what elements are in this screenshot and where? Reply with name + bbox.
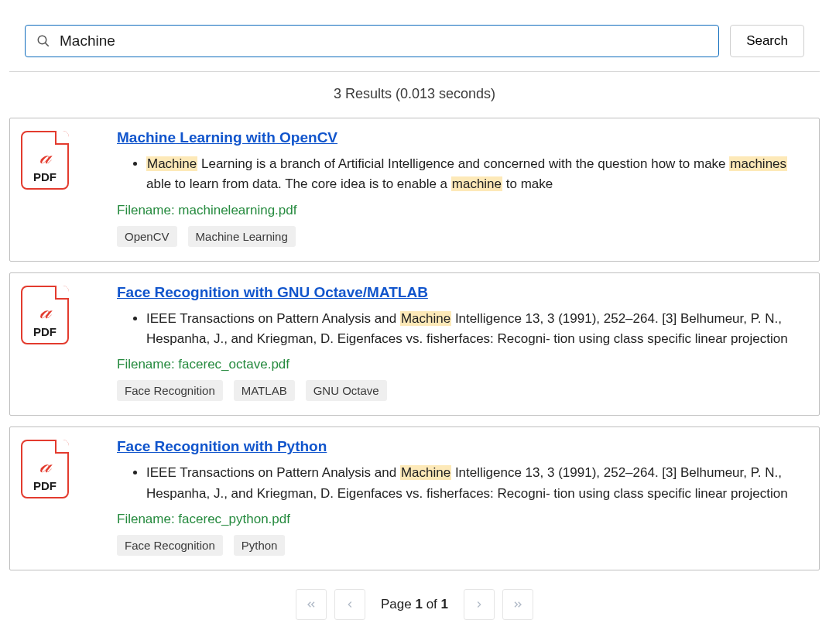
search-button[interactable]: Search	[730, 25, 804, 57]
snippet: IEEE Transactions on Pattern Analysis an…	[146, 309, 803, 350]
tag[interactable]: Face Recognition	[117, 535, 223, 556]
tag[interactable]: Machine Learning	[188, 226, 296, 247]
snippet: Machine Learning is a branch of Artifici…	[146, 154, 803, 195]
tag[interactable]: Python	[234, 535, 286, 556]
result-title[interactable]: Face Recognition with GNU Octave/MATLAB	[117, 284, 428, 301]
svg-point-0	[38, 36, 46, 44]
pdf-label: PDF	[33, 325, 57, 338]
first-page-button[interactable]	[296, 589, 327, 620]
tag[interactable]: MATLAB	[234, 380, 295, 401]
svg-line-1	[46, 43, 49, 46]
tag-list: Face RecognitionMATLABGNU Octave	[117, 380, 803, 401]
pdf-glyph: 𝒶	[39, 454, 50, 476]
tag[interactable]: Face Recognition	[117, 380, 223, 401]
pagination: Page 1 of 1	[9, 589, 820, 620]
result-card: 𝒶PDFMachine Learning with OpenCVMachine …	[9, 118, 820, 262]
snippet-list: IEEE Transactions on Pattern Analysis an…	[117, 463, 803, 504]
pdf-glyph: 𝒶	[39, 146, 50, 167]
last-page-button[interactable]	[502, 589, 533, 620]
snippet-list: Machine Learning is a branch of Artifici…	[117, 154, 803, 195]
search-box[interactable]	[25, 25, 719, 57]
snippet-list: IEEE Transactions on Pattern Analysis an…	[117, 309, 803, 350]
results-summary: 3 Results (0.013 seconds)	[9, 86, 820, 102]
pdf-glyph: 𝒶	[39, 300, 50, 322]
snippet: IEEE Transactions on Pattern Analysis an…	[146, 463, 803, 504]
pdf-label: PDF	[33, 479, 57, 492]
prev-page-button[interactable]	[334, 589, 365, 620]
search-input[interactable]	[58, 32, 707, 50]
result-title[interactable]: Face Recognition with Python	[117, 438, 327, 455]
pdf-icon: 𝒶PDF	[21, 440, 69, 498]
pdf-icon: 𝒶PDF	[21, 286, 69, 344]
result-card: 𝒶PDFFace Recognition with PythonIEEE Tra…	[9, 426, 820, 570]
tag-list: Face RecognitionPython	[117, 535, 803, 556]
pdf-icon: 𝒶PDF	[21, 131, 69, 190]
tag-list: OpenCVMachine Learning	[117, 226, 803, 247]
next-page-button[interactable]	[464, 589, 495, 620]
tag[interactable]: OpenCV	[117, 226, 177, 247]
result-filename: Filename: facerec_python.pdf	[117, 512, 803, 527]
result-title[interactable]: Machine Learning with OpenCV	[117, 129, 337, 146]
result-filename: Filename: facerec_octave.pdf	[117, 357, 803, 372]
tag[interactable]: GNU Octave	[306, 380, 387, 401]
search-bar: Search	[9, 0, 820, 72]
result-card: 𝒶PDFFace Recognition with GNU Octave/MAT…	[9, 272, 820, 416]
result-filename: Filename: machinelearning.pdf	[117, 203, 803, 218]
page-indicator: Page 1 of 1	[373, 597, 456, 612]
search-icon	[36, 34, 50, 48]
pdf-label: PDF	[33, 170, 57, 183]
